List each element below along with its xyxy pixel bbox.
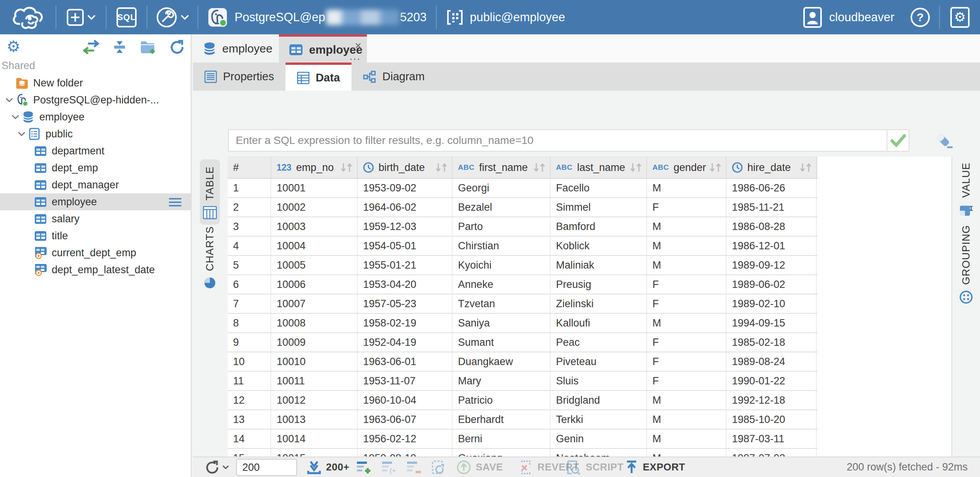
connection-selector[interactable]: PostgreSQL@ep 5203 [198,0,436,34]
sort-arrows-icon[interactable] [709,162,722,173]
data-cell[interactable]: F [647,333,727,352]
data-cell[interactable]: 1989-06-02 [727,275,817,294]
data-cell[interactable]: Saniya [453,314,551,332]
data-cell[interactable]: 10002 [271,198,358,217]
cloudbeaver-logo[interactable] [0,0,56,34]
rowcount-input[interactable] [236,459,297,476]
table-row[interactable]: 1100011953-09-02GeorgiFacelloM1986-06-26 [228,179,818,198]
data-cell[interactable]: 1955-01-21 [358,256,453,274]
save-button[interactable]: SAVE [456,457,503,477]
data-cell[interactable]: Berni [453,430,551,448]
table-row[interactable]: 10100101963-06-01DuangkaewPiveteauF1989-… [228,352,818,372]
data-cell[interactable]: Koblick [551,237,647,255]
tree-item-employee[interactable]: employee [0,108,191,125]
tree-item-current-dept-emp[interactable]: current_dept_emp [0,244,191,261]
table-row[interactable]: 3100031959-12-03PartoBamfordM1986-08-28 [228,217,818,237]
data-cell[interactable]: 10003 [271,217,358,236]
data-cell[interactable]: 10010 [271,352,358,371]
tab-database-employee[interactable]: employee [193,34,279,63]
sort-arrows-icon[interactable] [435,162,448,173]
data-cell[interactable]: F [647,275,727,294]
tree-item-employee[interactable]: employee [0,193,191,210]
data-cell[interactable]: 1987-03-11 [727,430,817,448]
data-cell[interactable]: M [647,391,727,409]
data-cell[interactable]: 1986-08-28 [727,217,817,236]
data-cell[interactable]: Chirstian [453,237,551,255]
data-cell[interactable]: 1989-08-24 [727,352,817,371]
data-cell[interactable]: 1958-02-19 [358,314,453,332]
data-cell[interactable]: 10008 [271,314,358,332]
data-cell[interactable]: 10006 [271,275,358,294]
tab-table-employee-active[interactable]: employee × ... [279,34,367,63]
data-cell[interactable]: M [647,256,727,274]
data-cell[interactable]: Maliniak [551,256,647,274]
data-cell[interactable]: 1986-06-26 [727,179,817,197]
sort-arrows-icon[interactable] [533,162,546,173]
table-row[interactable]: 13100131963-06-07EberhardtTerkkiM1985-10… [228,410,818,430]
data-cell[interactable]: Terkki [551,410,647,429]
data-cell[interactable]: Genin [551,430,647,448]
data-cell[interactable]: 1985-10-20 [727,410,817,429]
data-cell[interactable]: 1985-02-18 [727,333,817,352]
table-row[interactable]: 11100111953-11-07MarySluisF1990-01-22 [228,372,818,391]
tree-expand-chevron-icon[interactable] [9,114,22,120]
apply-filter-button[interactable] [887,130,909,151]
data-cell[interactable]: 1953-11-07 [358,372,453,390]
table-row[interactable]: 7100071957-05-23TzvetanZielinskiF1989-02… [228,294,818,314]
tree-item-menu-icon[interactable] [168,198,182,208]
data-cell[interactable]: Sluis [551,372,647,390]
data-cell[interactable]: M [647,410,727,429]
tree-item-dept-manager[interactable]: dept_manager [0,176,191,193]
data-cell[interactable]: Eberhardt [453,410,551,429]
user-menu[interactable]: cloudbeaver [796,0,901,34]
schema-selector[interactable]: public@employee [437,0,574,34]
table-row[interactable]: 12100121960-10-04PatricioBridglandM1992-… [228,391,818,410]
table-row[interactable]: 2100021964-06-02BezalelSimmelF1985-11-21 [228,198,818,217]
data-cell[interactable]: 1953-04-20 [358,275,453,294]
data-cell[interactable]: 10005 [271,256,358,274]
tree-item-dept-emp[interactable]: dept_emp [0,159,191,176]
sql-editor-button[interactable]: SQL [106,0,147,34]
tree-item-postgresql-ep-hidden-[interactable]: PostgreSQL@ep-hidden-... [0,91,191,108]
data-cell[interactable]: M [647,179,727,197]
tree-expand-chevron-icon[interactable] [3,97,15,103]
presentation-tab-charts[interactable]: CHARTS [200,221,220,294]
link-editor-icon[interactable] [83,40,100,54]
table-row[interactable]: 4100041954-05-01ChirstianKoblickM1986-12… [228,237,818,256]
tab-data[interactable]: Data [286,63,351,91]
data-cell[interactable]: M [647,237,727,255]
data-cell[interactable]: Kyoichi [453,256,551,274]
data-cell[interactable]: F [647,294,727,313]
column-header-emp_no[interactable]: 123emp_no [271,157,358,178]
column-header-num[interactable]: # [228,157,271,178]
data-cell[interactable]: F [647,372,727,390]
data-cell[interactable]: Parto [453,217,551,236]
clear-filter-button[interactable] [936,132,953,151]
tree-expand-chevron-icon[interactable] [15,131,28,137]
data-cell[interactable]: 10011 [271,372,358,390]
column-header-last_name[interactable]: ABClast_name [551,157,647,178]
data-cell[interactable]: Duangkaew [453,352,551,371]
column-header-gender[interactable]: ABCgender [647,157,727,178]
apply-changes-button[interactable] [431,457,446,477]
data-cell[interactable]: 10014 [271,430,358,448]
export-button[interactable]: EXPORT [625,457,685,477]
data-cell[interactable]: 1954-05-01 [358,237,453,255]
nav-settings-gear-icon[interactable]: ⚙ [5,39,22,55]
data-cell[interactable]: Simmel [551,198,647,217]
column-header-birth_date[interactable]: birth_date [358,157,453,178]
data-cell[interactable]: Sumant [453,333,551,352]
data-cell[interactable]: Bezalel [453,198,551,217]
data-cell[interactable]: 10009 [271,333,358,352]
data-cell[interactable]: 1963-06-07 [358,410,453,429]
data-cell[interactable]: Preusig [551,275,647,294]
data-cell[interactable]: M [647,314,727,332]
tree-item-dept-emp-latest-date[interactable]: dept_emp_latest_date [0,261,191,278]
data-cell[interactable]: 10007 [271,294,358,313]
data-cell[interactable]: 1985-11-21 [727,198,817,217]
data-cell[interactable]: Mary [453,372,551,390]
data-cell[interactable]: Georgi [453,179,551,197]
data-cell[interactable]: Zielinski [551,294,647,313]
data-cell[interactable]: 1957-05-23 [358,294,453,313]
help-button[interactable]: ? [901,0,939,34]
